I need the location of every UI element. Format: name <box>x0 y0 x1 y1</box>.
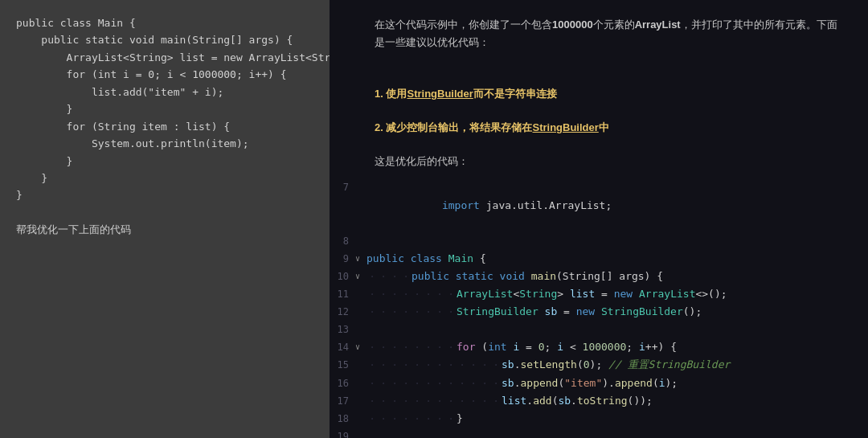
suggestion-2: 2. 减少控制台输出，将结果存储在StringBuilder中 <box>330 111 855 145</box>
code-line-19: 19 <box>330 428 855 438</box>
code-line-17: 17 ············list.add(sb.toString()); <box>330 392 855 410</box>
code-line-7: 7 import java.util.ArrayList; <box>330 178 855 231</box>
original-code: public class Main { public static void m… <box>16 14 313 204</box>
code-line-18: 18 ········} <box>330 410 855 428</box>
right-panel[interactable]: 在这个代码示例中，你创建了一个包含1000000个元素的ArrayList，并打… <box>330 0 868 438</box>
code-line-11: 11 ········ArrayList<String> list = new … <box>330 285 855 303</box>
code-line-15: 15 ············sb.setLength(0); // 重置Str… <box>330 356 855 374</box>
code-line-12: 12 ········StringBuilder sb = new String… <box>330 303 855 321</box>
code-line-8: 8 <box>330 232 855 250</box>
suggestion-1: 1. 使用StringBuilder而不是字符串连接 <box>330 77 855 111</box>
top-description: 在这个代码示例中，你创建了一个包含1000000个元素的ArrayList，并打… <box>330 8 855 59</box>
code-line-9: 9 ∨ public class Main { <box>330 250 855 268</box>
code-line-16: 16 ············sb.append("item").append(… <box>330 375 855 392</box>
code-line-13: 13 <box>330 321 855 338</box>
left-panel: public class Main { public static void m… <box>0 0 330 438</box>
optimized-label: 这是优化后的代码： <box>330 145 855 178</box>
code-area: 7 import java.util.ArrayList; 8 9 ∨ publ… <box>330 178 855 438</box>
prompt-text: 帮我优化一下上面的代码 <box>16 222 313 239</box>
code-line-14: 14 ∨ ········for (int i = 0; i < 1000000… <box>330 338 855 356</box>
code-line-10: 10 ∨ ····public static void main(String[… <box>330 268 855 285</box>
